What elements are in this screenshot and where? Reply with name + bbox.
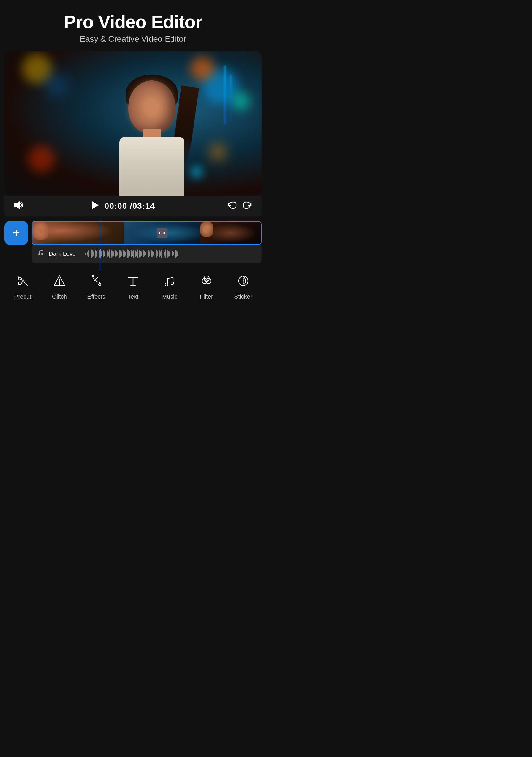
waveform-bar	[167, 250, 167, 257]
waveform-bar	[90, 251, 90, 257]
effects-icon	[90, 274, 103, 288]
toolbar-item-music[interactable]: Music	[156, 271, 183, 300]
waveform-bar	[92, 250, 93, 257]
waveform-bar	[133, 250, 134, 258]
svg-point-3	[38, 254, 40, 256]
waveform-bar	[125, 252, 126, 256]
text-icon-wrap	[124, 271, 142, 290]
waveform-bar	[132, 251, 133, 256]
audio-note-icon	[36, 249, 44, 259]
waveform-bar	[115, 250, 116, 257]
waveform-bar	[112, 251, 113, 257]
waveform-bar	[105, 250, 106, 258]
waveform-bar	[130, 251, 130, 257]
waveform-bar	[122, 251, 122, 256]
waveform-bar	[128, 250, 129, 257]
scrubber-handle[interactable]	[157, 228, 167, 238]
toolbar-item-text[interactable]: Text	[120, 271, 146, 300]
waveform-bar	[145, 252, 146, 256]
precut-icon-wrap	[13, 271, 32, 290]
waveform-bar	[85, 253, 86, 255]
scissors-icon	[16, 274, 29, 288]
waveform-bar	[141, 251, 142, 256]
waveform-bar	[149, 251, 150, 256]
text-icon	[127, 274, 139, 288]
waveform-bar	[107, 251, 107, 257]
timeline-area: +	[4, 221, 262, 262]
waveform-bar	[113, 251, 114, 256]
waveform-bar	[108, 252, 109, 256]
neon-bar-2	[230, 75, 232, 122]
app-title: Pro Video Editor	[6, 12, 260, 32]
waveform-bar	[168, 251, 169, 257]
waveform-bar	[116, 251, 117, 257]
waveform-bar	[147, 250, 147, 258]
waveform-bar	[98, 252, 99, 256]
video-clip-1[interactable]	[32, 222, 124, 244]
toolbar-item-filter[interactable]: Filter	[193, 271, 220, 300]
waveform-bar	[120, 251, 121, 257]
effects-icon-wrap	[87, 271, 106, 290]
person-figure	[104, 72, 199, 196]
waveform-bar	[127, 249, 128, 258]
sticker-icon	[237, 274, 250, 288]
waveform-bar	[135, 251, 136, 257]
toolbar-item-precut[interactable]: Precut	[10, 271, 36, 300]
waveform-bar	[139, 250, 139, 257]
bokeh-light-6	[46, 75, 67, 95]
neon-bar-1	[224, 66, 226, 125]
waveform-bar	[155, 249, 156, 258]
waveform-bar	[151, 250, 152, 257]
bokeh-light-7	[210, 144, 226, 160]
video-clips-track[interactable]	[32, 221, 262, 245]
waveform-bar	[102, 251, 102, 257]
audio-timeline-row: Dark Love	[4, 245, 262, 262]
waveform-bar	[148, 251, 149, 257]
glitch-icon-wrap	[50, 271, 69, 290]
waveform-bar	[103, 250, 104, 257]
playhead-scrubber[interactable]	[100, 218, 101, 271]
waveform-bar	[143, 250, 144, 257]
waveform-bar	[119, 250, 120, 258]
app-subtitle: Easy & Creative Video Editor	[6, 34, 260, 44]
audio-track[interactable]: Dark Love	[32, 245, 262, 262]
sticker-icon-wrap	[234, 271, 253, 290]
svg-point-4	[42, 253, 43, 255]
sticker-label: Sticker	[234, 293, 252, 300]
glitch-icon	[53, 274, 66, 288]
toolbar-item-sticker[interactable]: Sticker	[230, 271, 256, 300]
waveform-bar	[140, 251, 141, 257]
video-preview[interactable]	[4, 51, 262, 196]
effects-label: Effects	[87, 293, 105, 300]
waveform-bar	[162, 250, 162, 258]
waveform-bar	[123, 250, 124, 257]
svg-line-10	[18, 284, 19, 285]
waveform-bar	[177, 251, 178, 256]
add-media-button[interactable]: +	[4, 221, 28, 245]
filter-icon-wrap	[197, 271, 216, 290]
play-button[interactable]	[89, 200, 100, 213]
waveform-bar	[175, 250, 176, 258]
music-icon	[163, 274, 176, 288]
waveform-bar	[165, 249, 166, 258]
waveform-bar	[87, 252, 88, 256]
toolbar-item-effects[interactable]: Effects	[83, 271, 110, 300]
text-label: Text	[128, 293, 139, 300]
video-clip-3[interactable]	[200, 222, 261, 244]
header: Pro Video Editor Easy & Creative Video E…	[0, 0, 266, 51]
video-clip-2[interactable]	[124, 222, 200, 244]
waveform-bar	[95, 250, 96, 258]
svg-line-9	[18, 277, 19, 278]
waveform-bar	[163, 251, 163, 257]
redo-button[interactable]	[243, 200, 253, 212]
filter-label: Filter	[200, 293, 213, 300]
bokeh-light-5	[28, 145, 55, 172]
undo-button[interactable]	[227, 200, 237, 212]
audio-track-label: Dark Love	[49, 251, 81, 257]
toolbar-item-glitch[interactable]: Glitch	[46, 271, 73, 300]
person-body	[119, 136, 185, 196]
waveform-bar	[104, 251, 105, 256]
svg-marker-1	[92, 201, 99, 209]
volume-icon[interactable]	[13, 200, 23, 212]
waveform-bar	[164, 252, 165, 256]
